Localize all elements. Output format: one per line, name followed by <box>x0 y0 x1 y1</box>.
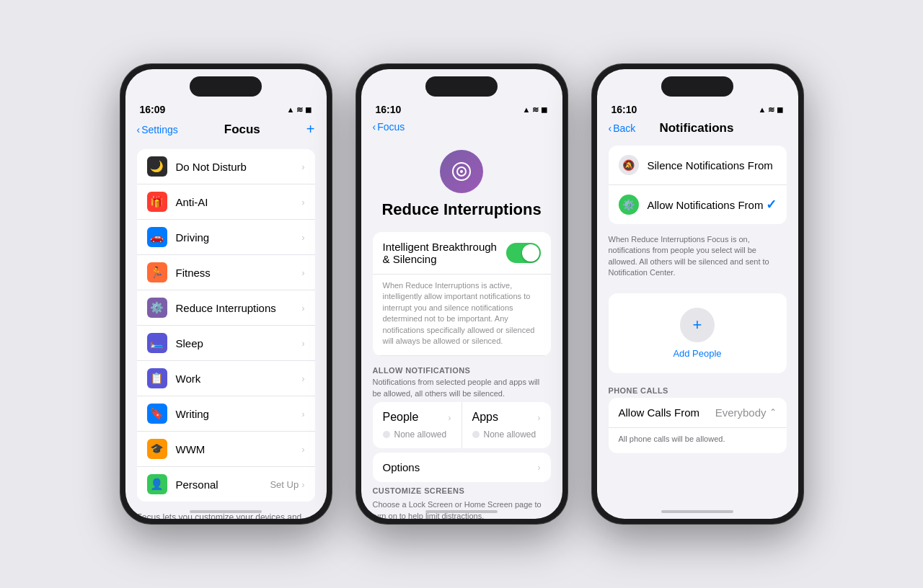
calls-description: All phone calls will be allowed. <box>609 428 787 453</box>
dynamic-island-3 <box>661 76 733 97</box>
focus-item-do-not-disturb[interactable]: 🌙 Do Not Disturb › <box>137 149 315 184</box>
options-chevron: › <box>537 462 540 473</box>
chevron-reduce-interruptions: › <box>301 303 304 313</box>
focus-label-work: Work <box>176 373 302 385</box>
intelligent-toggle[interactable] <box>506 243 541 263</box>
intelligent-row[interactable]: Intelligent Breakthrough & Silencing <box>373 232 551 275</box>
allow-calls-row[interactable]: Allow Calls From Everybody ⌃ <box>609 398 787 428</box>
nav-bar-3: ‹ Back Notifications <box>597 118 798 141</box>
status-icons-1: ▲ ≋ ◼ <box>287 105 312 115</box>
anti-ai-icon: 🎁 <box>147 192 167 212</box>
focus-label-writing: Writing <box>176 408 302 420</box>
people-cell[interactable]: People › None allowed <box>373 402 462 448</box>
people-label: People <box>383 411 419 424</box>
dynamic-island-2 <box>425 76 498 97</box>
silence-icon: 🔕 <box>619 155 639 175</box>
silence-row[interactable]: 🔕 Silence Notifications From <box>609 146 787 185</box>
allow-notif-header: ALLOW NOTIFICATIONS Notifications from s… <box>361 360 562 402</box>
focus-label-personal: Personal <box>176 478 270 491</box>
nav-title-3: Notifications <box>659 121 733 135</box>
focus-label-sleep: Sleep <box>176 337 302 349</box>
work-icon: 📋 <box>147 368 167 388</box>
fitness-icon: 🏃 <box>147 262 167 282</box>
status-time-2: 16:10 <box>376 104 402 115</box>
options-label: Options <box>383 461 538 473</box>
chevron-work: › <box>301 373 304 384</box>
home-indicator-3 <box>661 510 733 513</box>
sleep-icon: 🛏️ <box>147 333 167 353</box>
add-button-1[interactable]: + <box>306 121 315 138</box>
focus-description: Focus lets you customize your devices an… <box>125 507 327 519</box>
focus-label-anti-ai: Anti-AI <box>176 196 302 208</box>
focus-personal-setup: Set Up <box>270 479 299 490</box>
customize-desc: Choose a Lock Screen or Home Screen page… <box>373 499 551 519</box>
personal-icon: 👤 <box>147 474 167 494</box>
focus-item-reduce-interruptions[interactable]: ⚙️ Reduce Interruptions › <box>137 290 315 326</box>
apps-cell[interactable]: Apps › None allowed <box>462 402 551 448</box>
add-people-button[interactable]: + <box>680 308 715 342</box>
chevron-sleep: › <box>301 338 304 349</box>
add-people-section: + Add People <box>609 293 787 373</box>
phone-calls-card: Allow Calls From Everybody ⌃ All phone c… <box>609 398 787 453</box>
phone-calls-header: PHONE CALLS <box>597 379 798 398</box>
allow-row[interactable]: ⚙️ Allow Notifications From ✓ <box>609 185 787 224</box>
silence-label: Silence Notifications From <box>648 159 777 172</box>
nav-back-1[interactable]: ‹ Settings <box>137 124 178 135</box>
apps-none: None allowed <box>472 429 541 440</box>
phone-1: 16:09 ▲ ≋ ◼ ‹ Settings Focus + 🌙 Do Not … <box>120 63 332 525</box>
focus-item-personal[interactable]: 👤 Personal Set Up › <box>137 467 315 502</box>
chevron-personal: › <box>301 479 304 490</box>
customize-section: CUSTOMIZE SCREENS Choose a Lock Screen o… <box>373 486 551 519</box>
chevron-dnd: › <box>301 161 304 172</box>
chevron-anti-ai: › <box>301 197 304 208</box>
focus-item-driving[interactable]: 🚗 Driving › <box>137 220 315 255</box>
allow-checkmark: ✓ <box>766 197 777 213</box>
intelligent-card: Intelligent Breakthrough & Silencing Whe… <box>373 232 551 356</box>
nav-bar-1: ‹ Settings Focus + <box>125 118 327 143</box>
notif-description: When Reduce Interruptions Focus is on, n… <box>597 228 798 288</box>
status-time-1: 16:09 <box>140 104 166 115</box>
apps-dot <box>472 431 480 438</box>
focus-label-fitness: Fitness <box>176 267 302 279</box>
reduce-interruptions-icon: ⚙️ <box>147 298 167 318</box>
focus-item-writing[interactable]: 🔖 Writing › <box>137 396 315 432</box>
notif-section: 🔕 Silence Notifications From ⚙️ Allow No… <box>609 146 787 224</box>
people-apps-section: People › None allowed Apps › None allowe… <box>373 402 551 448</box>
driving-icon: 🚗 <box>147 227 167 247</box>
focus-label-driving: Driving <box>176 231 302 244</box>
chevron-fitness: › <box>301 267 304 278</box>
phone-3: 16:10 ▲ ≋ ◼ ‹ Back Notifications 🔕 Silen… <box>591 63 804 525</box>
chevron-driving: › <box>301 232 304 243</box>
calls-chevron: ⌃ <box>769 407 777 417</box>
focus-item-wwm[interactable]: 🎓 WWM › <box>137 432 315 467</box>
focus-item-work[interactable]: 📋 Work › <box>137 361 315 396</box>
dnd-icon: 🌙 <box>147 156 167 177</box>
nav-back-2[interactable]: ‹ Focus <box>373 121 405 133</box>
home-indicator-2 <box>425 510 498 513</box>
focus-item-fitness[interactable]: 🏃 Fitness › <box>137 255 315 290</box>
options-row[interactable]: Options › <box>373 453 551 482</box>
intelligent-label: Intelligent Breakthrough & Silencing <box>383 241 506 265</box>
people-dot <box>383 431 390 438</box>
status-icons-3: ▲ ≋ ◼ <box>759 105 784 115</box>
nav-back-3[interactable]: ‹ Back <box>609 122 636 134</box>
allow-calls-value: Everybody <box>715 406 767 419</box>
intelligent-desc: When Reduce Interruptions is active, int… <box>373 275 551 356</box>
svg-point-2 <box>460 170 463 173</box>
add-people-label: Add People <box>673 348 721 359</box>
allow-notif-desc: Notifications from selected people and a… <box>373 377 551 399</box>
status-time-3: 16:10 <box>611 104 637 115</box>
focus-item-sleep[interactable]: 🛏️ Sleep › <box>137 326 315 361</box>
wwm-icon: 🎓 <box>147 439 167 459</box>
writing-icon: 🔖 <box>147 404 167 424</box>
allow-notif-title: ALLOW NOTIFICATIONS <box>373 366 551 375</box>
allow-label: Allow Notifications From <box>648 199 766 211</box>
reduce-interruptions-icon-large <box>440 150 483 193</box>
home-indicator-1 <box>190 510 262 513</box>
apps-chevron: › <box>537 412 540 423</box>
allow-calls-label: Allow Calls From <box>619 406 715 419</box>
focus-label-reduce-interruptions: Reduce Interruptions <box>176 302 302 314</box>
focus-item-anti-ai[interactable]: 🎁 Anti-AI › <box>137 184 315 220</box>
reduce-title: Reduce Interruptions <box>381 200 541 219</box>
people-none: None allowed <box>383 429 451 440</box>
